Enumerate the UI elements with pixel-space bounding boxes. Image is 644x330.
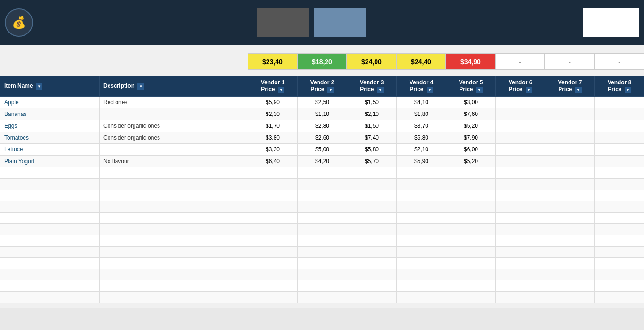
header-vendor7: Vendor 7Price ▼ — [545, 76, 595, 97]
price-cell-vendor3: $5,80 — [347, 144, 397, 156]
filter-description[interactable]: ▼ — [137, 83, 144, 90]
weighted-comparison-button[interactable] — [314, 8, 366, 37]
price-cell-vendor2 — [298, 201, 347, 213]
price-cell-vendor2 — [298, 247, 347, 258]
total-cells: $23,40 $18,20 $24,00 $24,40 $34,90 - - - — [248, 53, 644, 70]
price-cell-vendor4: $4,10 — [397, 97, 446, 108]
price-cell-vendor8 — [595, 97, 644, 108]
price-cell-vendor8 — [595, 224, 644, 235]
price-cell-vendor2 — [298, 190, 347, 201]
price-cell-vendor5 — [446, 258, 496, 269]
price-cell-vendor5 — [446, 292, 496, 303]
desc-cell — [100, 190, 248, 201]
price-cell-vendor4 — [397, 190, 446, 201]
simple-comparison-button[interactable] — [257, 8, 309, 37]
price-cell-vendor6 — [496, 280, 545, 292]
price-cell-vendor4 — [397, 280, 446, 292]
header-description: Description ▼ — [100, 76, 248, 97]
price-cell-vendor6 — [496, 269, 545, 280]
price-cell-vendor4 — [397, 247, 446, 258]
price-cell-vendor1: $2,30 — [248, 108, 298, 120]
price-cell-vendor2: $5,00 — [298, 144, 347, 156]
total-vendor5: $34,90 — [446, 53, 495, 70]
price-cell-vendor6 — [496, 235, 545, 247]
price-cell-vendor1 — [248, 280, 298, 292]
item-name-cell — [0, 167, 100, 179]
price-cell-vendor2: $2,60 — [298, 132, 347, 144]
price-cell-vendor6 — [496, 258, 545, 269]
price-cell-vendor4 — [397, 201, 446, 213]
price-cell-vendor6 — [496, 179, 545, 190]
price-cell-vendor2 — [298, 167, 347, 179]
price-cell-vendor1 — [248, 167, 298, 179]
filter-item-name[interactable]: ▼ — [36, 83, 42, 90]
filter-vendor3[interactable]: ▼ — [377, 87, 384, 93]
shopping-total-row: $23,40 $18,20 $24,00 $24,40 $34,90 - - - — [0, 50, 644, 74]
price-cell-vendor4 — [397, 179, 446, 190]
desc-cell — [100, 213, 248, 224]
price-cell-vendor4 — [397, 269, 446, 280]
item-name-cell: Apple — [0, 97, 100, 108]
price-cell-vendor3: $5,70 — [347, 156, 397, 167]
desc-cell: No flavour — [100, 156, 248, 167]
filter-vendor2[interactable]: ▼ — [327, 87, 334, 93]
price-cell-vendor7 — [545, 213, 595, 224]
total-vendor7: - — [545, 53, 594, 70]
total-vendor4: $24,40 — [396, 53, 446, 70]
item-name-cell — [0, 258, 100, 269]
desc-cell — [100, 258, 248, 269]
price-cell-vendor8 — [595, 235, 644, 247]
header-vendor5: Vendor 5Price ▼ — [446, 76, 496, 97]
price-comparison-table: Item Name ▼ Description ▼ Vendor 1Price … — [0, 76, 644, 303]
desc-cell — [100, 235, 248, 247]
price-cell-vendor5: $6,00 — [446, 144, 496, 156]
price-cell-vendor2 — [298, 258, 347, 269]
item-name-cell — [0, 190, 100, 201]
price-cell-vendor1: $1,70 — [248, 120, 298, 132]
price-cell-vendor4 — [397, 224, 446, 235]
price-cell-vendor7 — [545, 97, 595, 108]
desc-cell — [100, 201, 248, 213]
filter-vendor6[interactable]: ▼ — [526, 87, 532, 93]
table-row: TomatoesConsider organic ones$3,80$2,60$… — [0, 132, 644, 144]
item-name-cell — [0, 213, 100, 224]
price-cell-vendor7 — [545, 144, 595, 156]
item-name-cell — [0, 235, 100, 247]
price-cell-vendor3 — [347, 201, 397, 213]
price-cell-vendor8 — [595, 201, 644, 213]
item-name-cell — [0, 280, 100, 292]
price-cell-vendor6 — [496, 213, 545, 224]
price-cell-vendor7 — [545, 156, 595, 167]
desc-cell: Red ones — [100, 97, 248, 108]
table-row: EggsConsider organic ones$1,70$2,80$1,50… — [0, 120, 644, 132]
price-cell-vendor7 — [545, 292, 595, 303]
price-cell-vendor3 — [347, 167, 397, 179]
item-name-cell — [0, 201, 100, 213]
filter-vendor8[interactable]: ▼ — [625, 87, 631, 93]
price-cell-vendor5 — [446, 224, 496, 235]
price-cell-vendor5 — [446, 269, 496, 280]
price-cell-vendor5 — [446, 201, 496, 213]
item-name-cell — [0, 224, 100, 235]
filter-vendor7[interactable]: ▼ — [575, 87, 582, 93]
total-vendor3: $24,00 — [347, 53, 396, 70]
price-cell-vendor3 — [347, 269, 397, 280]
header-vendor4: Vendor 4Price ▼ — [397, 76, 446, 97]
price-cell-vendor6 — [496, 97, 545, 108]
desc-cell — [100, 247, 248, 258]
desc-cell — [100, 292, 248, 303]
item-name-cell: Eggs — [0, 120, 100, 132]
header-vendor3: Vendor 3Price ▼ — [347, 76, 397, 97]
price-cell-vendor1 — [248, 247, 298, 258]
table-row — [0, 213, 644, 224]
price-cell-vendor7 — [545, 269, 595, 280]
price-cell-vendor3 — [347, 247, 397, 258]
filter-vendor5[interactable]: ▼ — [476, 87, 483, 93]
price-cell-vendor5 — [446, 280, 496, 292]
table-row — [0, 201, 644, 213]
filter-vendor4[interactable]: ▼ — [427, 87, 433, 93]
price-cell-vendor2: $2,80 — [298, 120, 347, 132]
price-cell-vendor1 — [248, 179, 298, 190]
price-cell-vendor5 — [446, 190, 496, 201]
filter-vendor1[interactable]: ▼ — [278, 87, 284, 93]
